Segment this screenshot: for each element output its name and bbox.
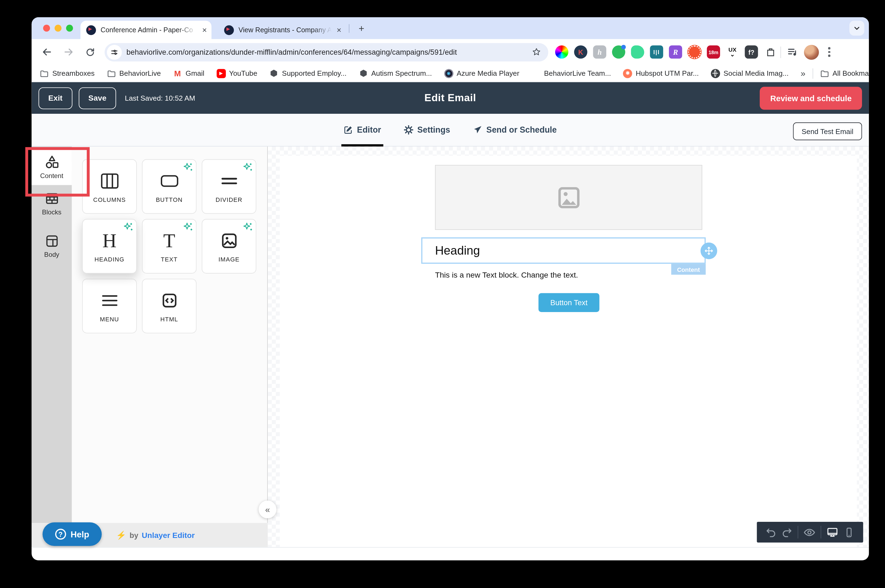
columns-icon	[100, 170, 119, 191]
rail-label: Body	[44, 251, 59, 258]
mint-extension-icon[interactable]	[631, 45, 644, 58]
zoom-window-button[interactable]	[66, 25, 73, 32]
reading-list-button[interactable]	[784, 45, 800, 60]
menu-icon	[101, 290, 118, 310]
preview-button[interactable]	[804, 526, 816, 538]
tile-button[interactable]: BUTTON	[142, 159, 196, 214]
rail-item-body[interactable]: Body	[32, 234, 72, 258]
extensions-puzzle-icon[interactable]	[764, 45, 777, 58]
tab-send-or-schedule[interactable]: Send or Schedule	[473, 114, 557, 146]
bookmark-star-icon[interactable]	[532, 47, 542, 57]
tomato-timer-extension-icon[interactable]: 18m	[707, 45, 720, 58]
tile-menu[interactable]: MENU	[82, 279, 137, 333]
behaviorlive-favicon	[86, 25, 96, 35]
new-tab-button[interactable]: +	[355, 22, 368, 36]
button-icon	[159, 170, 179, 191]
send-test-email-button[interactable]: Send Test Email	[793, 123, 862, 140]
browser-menu-button[interactable]	[825, 47, 834, 57]
image-icon	[220, 230, 238, 251]
mobile-view-button[interactable]	[844, 527, 855, 538]
tile-divider[interactable]: DIVIDER	[202, 159, 256, 214]
bookmark-label: Hubspot UTM Par...	[636, 69, 699, 77]
bookmarks-overflow-button[interactable]: »	[801, 68, 806, 78]
tab-search-button[interactable]	[849, 21, 864, 36]
browser-window: Conference Admin - Paper-Co × View Regis…	[32, 17, 869, 560]
bookmark-hubspot-utm[interactable]: ⁕ Hubspot UTM Par...	[623, 69, 699, 78]
site-settings-icon[interactable]	[107, 45, 122, 60]
tile-html[interactable]: HTML	[142, 279, 196, 333]
window-bottom-strip	[32, 547, 869, 560]
bookmark-youtube[interactable]: ▶ YouTube	[216, 69, 257, 78]
close-tab-icon[interactable]: ×	[337, 26, 341, 34]
ai-sparkle-icon	[243, 222, 253, 232]
last-saved-text: Last Saved: 10:52 AM	[125, 94, 195, 102]
h-extension-icon[interactable]: h	[593, 45, 606, 58]
bookmark-label: All Bookmarks	[832, 69, 869, 77]
ai-sparkle-icon	[183, 162, 193, 172]
email-body[interactable]: Heading Content This is a new Text block…	[280, 156, 857, 548]
tile-columns[interactable]: COLUMNS	[82, 159, 137, 214]
redo-button[interactable]	[782, 527, 792, 538]
bookmark-azure-media-player[interactable]: ◉ Azure Media Player	[444, 69, 519, 78]
text-block[interactable]: This is a new Text block. Change the tex…	[435, 271, 578, 279]
forward-button[interactable]	[61, 45, 76, 60]
evernote-extension-icon[interactable]	[612, 45, 625, 58]
all-bookmarks-button[interactable]: All Bookmarks	[820, 69, 869, 78]
tab-label: Editor	[357, 125, 381, 135]
save-button[interactable]: Save	[78, 87, 116, 109]
tile-label: HEADING	[94, 255, 124, 262]
move-icon	[704, 246, 714, 256]
ux-check-extension-icon[interactable]: UX⌄	[726, 45, 739, 58]
tab-view-registrants[interactable]: View Registrants - Company A ×	[218, 21, 346, 39]
email-button-block[interactable]: Button Text	[538, 293, 600, 312]
tile-image[interactable]: IMAGE	[202, 219, 256, 274]
help-button[interactable]: ? Help	[42, 522, 102, 546]
undo-button[interactable]	[765, 527, 776, 538]
address-bar[interactable]: behaviorlive.com/organizations/dunder-mi…	[105, 43, 548, 61]
image-placeholder-block[interactable]	[435, 165, 702, 230]
app-header: Exit Save Last Saved: 10:52 AM Edit Emai…	[32, 82, 869, 114]
editor-sub-nav: Editor Settings Send or Schedule Send Te…	[32, 114, 869, 147]
tile-label: TEXT	[161, 255, 177, 262]
reload-button[interactable]	[83, 45, 98, 60]
tile-text[interactable]: T TEXT	[142, 219, 196, 274]
bookmark-gmail[interactable]: M Gmail	[173, 69, 204, 78]
question-mark-icon: ?	[55, 529, 66, 540]
microsoft-icon	[531, 69, 541, 78]
bars-extension-icon[interactable]: l|l	[650, 45, 663, 58]
colorpicker-extension-icon[interactable]	[555, 45, 568, 58]
bookmark-autism-spectrum[interactable]: Autism Spectrum...	[358, 69, 432, 78]
forward-icon	[63, 46, 74, 57]
bookmark-streamboxes[interactable]: Streamboxes	[40, 69, 94, 78]
bookmark-behaviorlive[interactable]: BehaviorLive	[106, 69, 161, 78]
browser-tab-strip: Conference Admin - Paper-Co × View Regis…	[32, 17, 869, 39]
fq-extension-icon[interactable]: f?	[745, 45, 758, 58]
minimize-window-button[interactable]	[55, 25, 62, 32]
tab-editor[interactable]: Editor	[344, 114, 381, 146]
bookmark-behaviorlive-team[interactable]: BehaviorLive Team...	[531, 69, 611, 78]
dotted-extension-icon[interactable]	[688, 45, 701, 58]
tile-heading[interactable]: H HEADING	[82, 219, 137, 274]
tab-conference-admin[interactable]: Conference Admin - Paper-Co ×	[80, 21, 212, 39]
review-and-schedule-button[interactable]: Review and schedule	[760, 86, 862, 110]
close-tab-icon[interactable]: ×	[202, 26, 207, 34]
heading-text[interactable]: Heading	[435, 244, 480, 257]
heading-block-selected[interactable]: Heading	[421, 237, 706, 264]
body-layout-icon	[45, 234, 59, 248]
bookmark-social-media-images[interactable]: Social Media Imag...	[711, 69, 789, 78]
tab-settings[interactable]: Settings	[404, 114, 450, 146]
move-block-handle[interactable]	[700, 243, 717, 259]
gear-icon	[404, 125, 413, 135]
k-extension-icon[interactable]: K	[574, 45, 587, 58]
back-button[interactable]	[39, 45, 54, 60]
profile-avatar[interactable]	[804, 45, 819, 60]
exit-button[interactable]: Exit	[39, 87, 72, 109]
desktop-view-button[interactable]	[826, 526, 838, 538]
bookmark-supported-employment[interactable]: Supported Employ...	[269, 69, 346, 78]
r-extension-icon[interactable]: R	[669, 45, 682, 58]
collapse-panel-button[interactable]: «	[259, 501, 276, 518]
screenshot-stage: Conference Admin - Paper-Co × View Regis…	[0, 0, 885, 588]
close-window-button[interactable]	[43, 25, 50, 32]
url-text[interactable]: behaviorlive.com/organizations/dunder-mi…	[126, 48, 531, 56]
unlayer-editor-link[interactable]: Unlayer Editor	[142, 531, 195, 540]
